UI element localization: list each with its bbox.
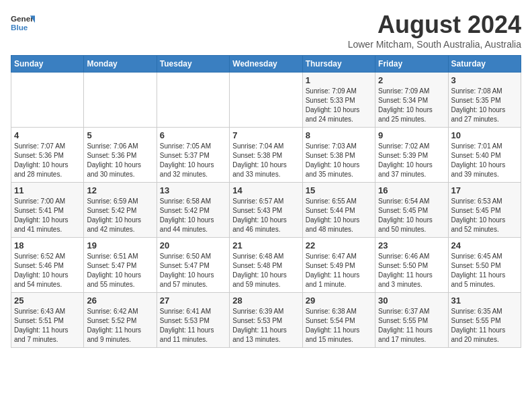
day-info: Sunrise: 6:52 AM Sunset: 5:46 PM Dayligh…: [14, 252, 81, 289]
day-number: 23: [378, 240, 445, 250]
calendar-cell: 23Sunrise: 6:46 AM Sunset: 5:50 PM Dayli…: [375, 238, 448, 293]
calendar-cell: 25Sunrise: 6:43 AM Sunset: 5:51 PM Dayli…: [11, 293, 84, 348]
header-day-saturday: Saturday: [448, 56, 521, 73]
header-day-friday: Friday: [375, 56, 448, 73]
day-number: 3: [451, 75, 518, 85]
calendar-cell: 28Sunrise: 6:39 AM Sunset: 5:53 PM Dayli…: [230, 293, 302, 348]
calendar-cell: 30Sunrise: 6:37 AM Sunset: 5:55 PM Dayli…: [375, 293, 448, 348]
day-info: Sunrise: 6:46 AM Sunset: 5:50 PM Dayligh…: [378, 252, 445, 289]
day-info: Sunrise: 6:51 AM Sunset: 5:47 PM Dayligh…: [87, 252, 153, 289]
calendar-cell: 21Sunrise: 6:48 AM Sunset: 5:48 PM Dayli…: [230, 238, 302, 293]
day-info: Sunrise: 6:54 AM Sunset: 5:45 PM Dayligh…: [378, 197, 445, 234]
day-number: 6: [160, 130, 226, 140]
day-info: Sunrise: 6:42 AM Sunset: 5:52 PM Dayligh…: [87, 307, 153, 345]
calendar-cell: [84, 73, 157, 128]
calendar-week-row: 11Sunrise: 7:00 AM Sunset: 5:41 PM Dayli…: [11, 183, 521, 238]
day-number: 24: [451, 240, 518, 250]
day-info: Sunrise: 6:55 AM Sunset: 5:44 PM Dayligh…: [306, 197, 372, 234]
day-number: 9: [378, 130, 445, 140]
day-number: 31: [451, 295, 518, 306]
day-info: Sunrise: 6:48 AM Sunset: 5:48 PM Dayligh…: [232, 252, 299, 289]
calendar-cell: 27Sunrise: 6:41 AM Sunset: 5:53 PM Dayli…: [157, 293, 229, 348]
day-info: Sunrise: 6:59 AM Sunset: 5:42 PM Dayligh…: [87, 197, 153, 234]
day-info: Sunrise: 7:03 AM Sunset: 5:38 PM Dayligh…: [306, 142, 372, 179]
day-info: Sunrise: 6:37 AM Sunset: 5:55 PM Dayligh…: [378, 307, 445, 345]
day-number: 16: [378, 185, 445, 195]
day-number: 1: [306, 75, 372, 85]
title-area: August 2024 Lower Mitcham, South Austral…: [348, 11, 521, 50]
calendar-cell: 1Sunrise: 7:09 AM Sunset: 5:33 PM Daylig…: [302, 73, 375, 128]
day-info: Sunrise: 6:58 AM Sunset: 5:42 PM Dayligh…: [160, 197, 226, 234]
day-info: Sunrise: 7:06 AM Sunset: 5:36 PM Dayligh…: [87, 142, 153, 179]
day-number: 17: [451, 185, 518, 195]
calendar-cell: 14Sunrise: 6:57 AM Sunset: 5:43 PM Dayli…: [230, 183, 302, 238]
day-info: Sunrise: 7:00 AM Sunset: 5:41 PM Dayligh…: [14, 197, 81, 234]
calendar-cell: 10Sunrise: 7:01 AM Sunset: 5:40 PM Dayli…: [448, 128, 521, 183]
calendar-cell: 12Sunrise: 6:59 AM Sunset: 5:42 PM Dayli…: [84, 183, 157, 238]
day-info: Sunrise: 7:07 AM Sunset: 5:36 PM Dayligh…: [14, 142, 81, 179]
logo-icon: General Blue: [11, 11, 35, 35]
calendar-cell: 5Sunrise: 7:06 AM Sunset: 5:36 PM Daylig…: [84, 128, 157, 183]
day-info: Sunrise: 7:09 AM Sunset: 5:34 PM Dayligh…: [378, 87, 445, 124]
day-info: Sunrise: 6:43 AM Sunset: 5:51 PM Dayligh…: [14, 307, 81, 345]
calendar-cell: 8Sunrise: 7:03 AM Sunset: 5:38 PM Daylig…: [302, 128, 375, 183]
location: Lower Mitcham, South Australia, Australi…: [348, 39, 521, 50]
day-info: Sunrise: 7:02 AM Sunset: 5:39 PM Dayligh…: [378, 142, 445, 179]
calendar-header-row: SundayMondayTuesdayWednesdayThursdayFrid…: [11, 56, 521, 73]
day-number: 11: [14, 185, 81, 195]
day-info: Sunrise: 6:57 AM Sunset: 5:43 PM Dayligh…: [232, 197, 299, 234]
day-number: 13: [160, 185, 226, 195]
day-info: Sunrise: 6:38 AM Sunset: 5:54 PM Dayligh…: [306, 307, 372, 345]
calendar-cell: 3Sunrise: 7:08 AM Sunset: 5:35 PM Daylig…: [448, 73, 521, 128]
calendar-week-row: 1Sunrise: 7:09 AM Sunset: 5:33 PM Daylig…: [11, 73, 521, 128]
day-info: Sunrise: 6:53 AM Sunset: 5:45 PM Dayligh…: [451, 197, 518, 234]
header: General Blue August 2024 Lower Mitcham, …: [11, 11, 521, 50]
day-number: 12: [87, 185, 153, 195]
calendar-cell: 16Sunrise: 6:54 AM Sunset: 5:45 PM Dayli…: [375, 183, 448, 238]
calendar-cell: 20Sunrise: 6:50 AM Sunset: 5:47 PM Dayli…: [157, 238, 229, 293]
day-number: 2: [378, 75, 445, 85]
month-year: August 2024: [348, 11, 521, 39]
day-number: 26: [87, 295, 153, 306]
day-info: Sunrise: 7:05 AM Sunset: 5:37 PM Dayligh…: [160, 142, 226, 179]
day-info: Sunrise: 6:39 AM Sunset: 5:53 PM Dayligh…: [232, 307, 299, 345]
calendar-cell: 26Sunrise: 6:42 AM Sunset: 5:52 PM Dayli…: [84, 293, 157, 348]
calendar-table: SundayMondayTuesdayWednesdayThursdayFrid…: [11, 55, 521, 348]
calendar-cell: 13Sunrise: 6:58 AM Sunset: 5:42 PM Dayli…: [157, 183, 229, 238]
calendar-cell: [230, 73, 302, 128]
calendar-week-row: 18Sunrise: 6:52 AM Sunset: 5:46 PM Dayli…: [11, 238, 521, 293]
day-number: 28: [232, 295, 299, 306]
day-number: 30: [378, 295, 445, 306]
calendar-cell: 24Sunrise: 6:45 AM Sunset: 5:50 PM Dayli…: [448, 238, 521, 293]
calendar-cell: 2Sunrise: 7:09 AM Sunset: 5:34 PM Daylig…: [375, 73, 448, 128]
day-info: Sunrise: 6:45 AM Sunset: 5:50 PM Dayligh…: [451, 252, 518, 289]
day-number: 22: [306, 240, 372, 250]
day-number: 21: [232, 240, 299, 250]
calendar-cell: [11, 73, 84, 128]
day-info: Sunrise: 7:09 AM Sunset: 5:33 PM Dayligh…: [306, 87, 372, 124]
day-number: 8: [306, 130, 372, 140]
day-info: Sunrise: 6:50 AM Sunset: 5:47 PM Dayligh…: [160, 252, 226, 289]
day-info: Sunrise: 6:35 AM Sunset: 5:55 PM Dayligh…: [451, 307, 518, 345]
calendar-cell: 22Sunrise: 6:47 AM Sunset: 5:49 PM Dayli…: [302, 238, 375, 293]
header-day-monday: Monday: [84, 56, 157, 73]
day-number: 27: [160, 295, 226, 306]
logo: General Blue: [11, 11, 35, 35]
calendar-cell: 17Sunrise: 6:53 AM Sunset: 5:45 PM Dayli…: [448, 183, 521, 238]
header-day-thursday: Thursday: [302, 56, 375, 73]
calendar-cell: 7Sunrise: 7:04 AM Sunset: 5:38 PM Daylig…: [230, 128, 302, 183]
calendar-cell: 19Sunrise: 6:51 AM Sunset: 5:47 PM Dayli…: [84, 238, 157, 293]
calendar-week-row: 4Sunrise: 7:07 AM Sunset: 5:36 PM Daylig…: [11, 128, 521, 183]
calendar-cell: 31Sunrise: 6:35 AM Sunset: 5:55 PM Dayli…: [448, 293, 521, 348]
svg-text:Blue: Blue: [11, 23, 28, 32]
day-number: 19: [87, 240, 153, 250]
day-info: Sunrise: 7:01 AM Sunset: 5:40 PM Dayligh…: [451, 142, 518, 179]
day-number: 14: [232, 185, 299, 195]
day-info: Sunrise: 6:41 AM Sunset: 5:53 PM Dayligh…: [160, 307, 226, 345]
day-number: 20: [160, 240, 226, 250]
day-number: 29: [306, 295, 372, 306]
day-number: 18: [14, 240, 81, 250]
day-info: Sunrise: 7:08 AM Sunset: 5:35 PM Dayligh…: [451, 87, 518, 124]
day-info: Sunrise: 7:04 AM Sunset: 5:38 PM Dayligh…: [232, 142, 299, 179]
calendar-cell: 9Sunrise: 7:02 AM Sunset: 5:39 PM Daylig…: [375, 128, 448, 183]
